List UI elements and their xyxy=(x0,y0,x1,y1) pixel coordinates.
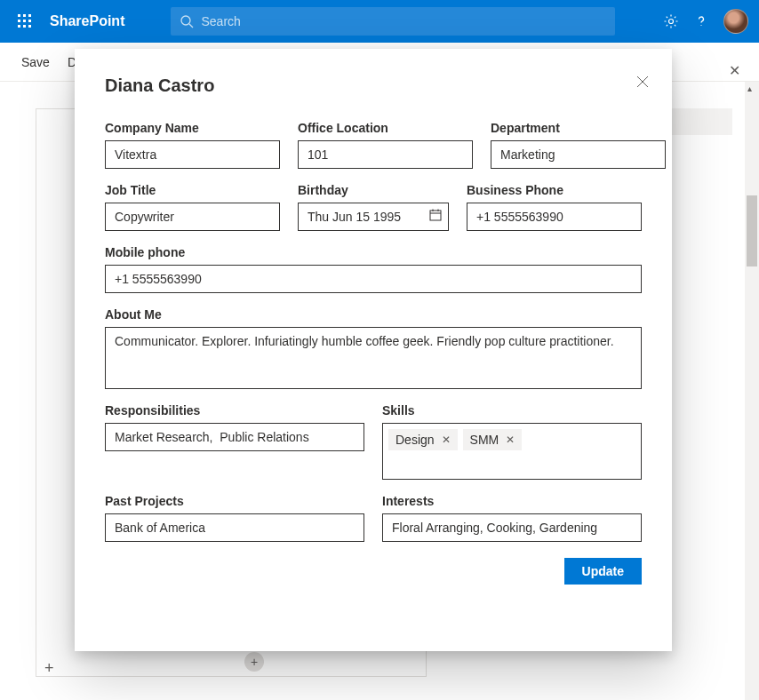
skill-tag: Design✕ xyxy=(388,429,458,450)
jobtitle-label: Job Title xyxy=(105,183,280,197)
svg-point-11 xyxy=(669,20,674,24)
search-box[interactable] xyxy=(171,7,615,36)
department-label: Department xyxy=(491,121,666,135)
svg-rect-4 xyxy=(23,20,26,22)
about-label: About Me xyxy=(105,307,642,322)
svg-rect-5 xyxy=(28,20,31,22)
responsibilities-input[interactable] xyxy=(105,423,364,451)
svg-rect-0 xyxy=(18,14,20,17)
skill-tag-label: Design xyxy=(395,433,435,447)
svg-rect-1 xyxy=(23,14,26,17)
search-input[interactable] xyxy=(201,14,606,28)
birthday-label: Birthday xyxy=(298,183,449,197)
office-label: Office Location xyxy=(298,121,473,135)
avatar[interactable] xyxy=(723,9,748,34)
close-dialog-icon[interactable] xyxy=(636,76,649,91)
company-label: Company Name xyxy=(105,121,280,135)
svg-point-9 xyxy=(181,16,190,25)
scroll-up-icon[interactable]: ▴ xyxy=(747,84,756,92)
responsibilities-label: Responsibilities xyxy=(105,403,364,418)
suite-header: SharePoint xyxy=(0,0,759,43)
interests-input[interactable] xyxy=(382,513,642,542)
edit-profile-dialog: Diana Castro Company Name Office Locatio… xyxy=(75,49,672,651)
help-icon[interactable] xyxy=(693,13,709,29)
brand-name[interactable]: SharePoint xyxy=(50,13,124,29)
birthday-input[interactable] xyxy=(298,203,449,231)
update-button[interactable]: Update xyxy=(564,558,642,585)
profile-form: Company Name Office Location Department … xyxy=(105,121,642,585)
svg-rect-7 xyxy=(23,25,26,28)
header-right xyxy=(663,9,748,34)
skill-tag-label: SMM xyxy=(470,433,499,447)
pastprojects-input[interactable] xyxy=(105,513,364,542)
mobilephone-label: Mobile phone xyxy=(105,245,642,259)
vertical-scrollbar[interactable]: ▴ xyxy=(745,82,759,700)
skills-label: Skills xyxy=(382,403,642,418)
pastprojects-label: Past Projects xyxy=(105,494,364,508)
gear-icon[interactable] xyxy=(663,13,679,29)
remove-tag-icon[interactable]: ✕ xyxy=(442,434,451,446)
scrollbar-thumb[interactable] xyxy=(747,195,757,266)
svg-point-12 xyxy=(700,25,701,26)
company-input[interactable] xyxy=(105,140,280,169)
skill-tag: SMM✕ xyxy=(463,429,523,450)
add-section-icon[interactable]: + xyxy=(44,659,54,678)
svg-rect-6 xyxy=(18,25,20,28)
svg-rect-2 xyxy=(28,14,31,17)
app-launcher-icon[interactable] xyxy=(11,7,39,36)
businessphone-input[interactable] xyxy=(467,203,642,231)
interests-label: Interests xyxy=(382,494,642,508)
search-icon xyxy=(180,14,194,28)
add-webpart-icon[interactable]: + xyxy=(244,652,264,672)
mobilephone-input[interactable] xyxy=(105,265,642,293)
skills-tagpicker[interactable]: Design✕SMM✕ xyxy=(382,423,642,480)
jobtitle-input[interactable] xyxy=(105,203,280,231)
dialog-title: Diana Castro xyxy=(105,76,642,96)
remove-tag-icon[interactable]: ✕ xyxy=(506,434,515,446)
svg-rect-8 xyxy=(28,25,31,28)
about-textarea[interactable] xyxy=(105,327,642,389)
svg-rect-3 xyxy=(18,20,20,22)
save-button[interactable]: Save xyxy=(21,55,50,69)
office-input[interactable] xyxy=(298,140,473,169)
svg-line-10 xyxy=(189,24,193,28)
close-panel-icon[interactable]: ✕ xyxy=(729,62,740,79)
businessphone-label: Business Phone xyxy=(467,183,642,197)
department-input[interactable] xyxy=(491,140,666,169)
